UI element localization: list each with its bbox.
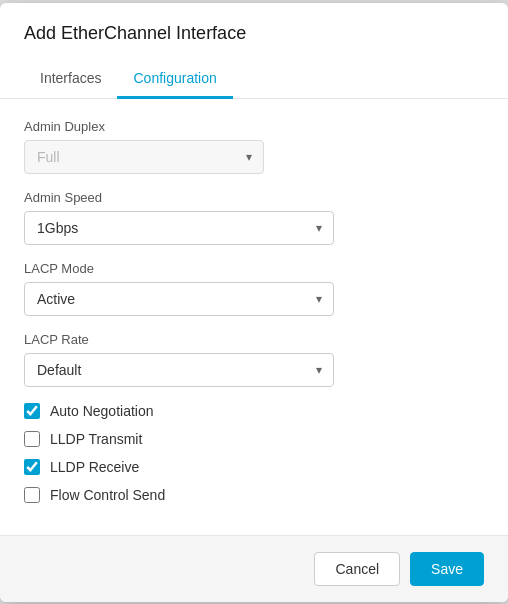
lldp-transmit-checkbox[interactable] [24, 431, 40, 447]
auto-negotiation-item[interactable]: Auto Negotiation [24, 403, 484, 419]
cancel-button[interactable]: Cancel [314, 552, 400, 586]
tab-configuration[interactable]: Configuration [117, 60, 232, 99]
lacp-rate-select[interactable]: Default Fast Slow [24, 353, 334, 387]
lacp-rate-label: LACP Rate [24, 332, 484, 347]
admin-duplex-select[interactable]: Full Half Auto [24, 140, 264, 174]
tab-interfaces[interactable]: Interfaces [24, 60, 117, 99]
lldp-receive-checkbox[interactable] [24, 459, 40, 475]
admin-speed-group: Admin Speed 1Gbps 100Mbps 10Mbps Auto ▾ [24, 190, 484, 245]
lacp-mode-wrapper: Active Passive On ▾ [24, 282, 334, 316]
dialog-title: Add EtherChannel Interface [24, 23, 484, 44]
flow-control-send-item[interactable]: Flow Control Send [24, 487, 484, 503]
lacp-mode-group: LACP Mode Active Passive On ▾ [24, 261, 484, 316]
lacp-mode-label: LACP Mode [24, 261, 484, 276]
lldp-transmit-item[interactable]: LLDP Transmit [24, 431, 484, 447]
save-button[interactable]: Save [410, 552, 484, 586]
lacp-mode-select[interactable]: Active Passive On [24, 282, 334, 316]
admin-speed-wrapper: 1Gbps 100Mbps 10Mbps Auto ▾ [24, 211, 334, 245]
lldp-receive-label: LLDP Receive [50, 459, 139, 475]
add-etherchannel-dialog: Add EtherChannel Interface Interfaces Co… [0, 3, 508, 602]
checkboxes-section: Auto Negotiation LLDP Transmit LLDP Rece… [24, 403, 484, 503]
flow-control-send-checkbox[interactable] [24, 487, 40, 503]
auto-negotiation-label: Auto Negotiation [50, 403, 154, 419]
lldp-transmit-label: LLDP Transmit [50, 431, 142, 447]
dialog-header: Add EtherChannel Interface Interfaces Co… [0, 3, 508, 99]
dialog-body: Admin Duplex Full Half Auto ▾ Admin Spee… [0, 99, 508, 535]
admin-duplex-label: Admin Duplex [24, 119, 484, 134]
admin-duplex-wrapper: Full Half Auto ▾ [24, 140, 264, 174]
lacp-rate-group: LACP Rate Default Fast Slow ▾ [24, 332, 484, 387]
lldp-receive-item[interactable]: LLDP Receive [24, 459, 484, 475]
dialog-footer: Cancel Save [0, 535, 508, 602]
lacp-rate-wrapper: Default Fast Slow ▾ [24, 353, 334, 387]
admin-speed-label: Admin Speed [24, 190, 484, 205]
auto-negotiation-checkbox[interactable] [24, 403, 40, 419]
admin-duplex-group: Admin Duplex Full Half Auto ▾ [24, 119, 484, 174]
flow-control-send-label: Flow Control Send [50, 487, 165, 503]
tabs-container: Interfaces Configuration [24, 60, 484, 98]
admin-speed-select[interactable]: 1Gbps 100Mbps 10Mbps Auto [24, 211, 334, 245]
